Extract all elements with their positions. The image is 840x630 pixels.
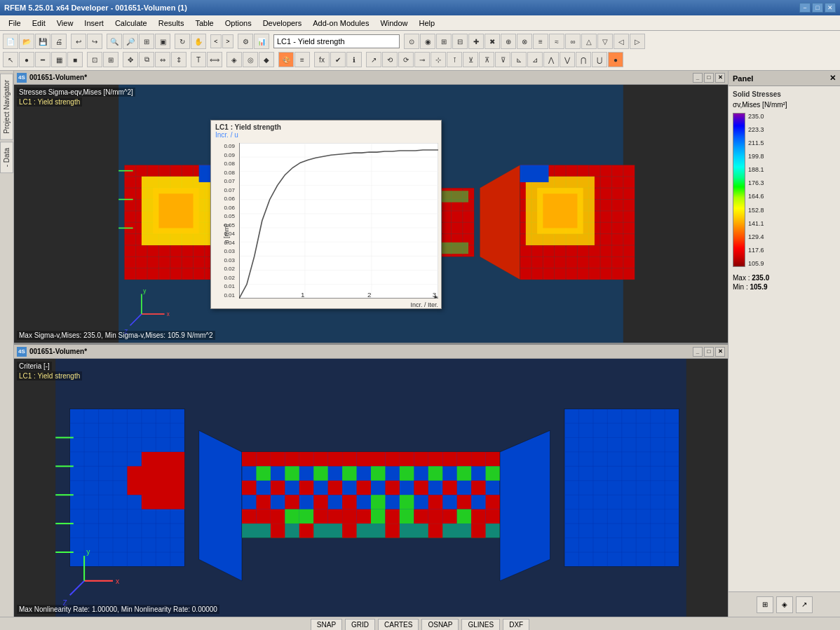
tb-misc11[interactable]: ∞ bbox=[565, 34, 581, 49]
tb-save[interactable]: 💾 bbox=[35, 34, 50, 49]
tb-misc5[interactable]: ✚ bbox=[468, 34, 484, 49]
tb2-wire[interactable]: ◎ bbox=[243, 52, 258, 67]
tb2-scale[interactable]: ⇕ bbox=[171, 52, 187, 67]
load-case-selector[interactable]: LC1 - Yield strength bbox=[273, 34, 400, 48]
viewport-top-close[interactable]: ✕ bbox=[715, 73, 725, 83]
tb-misc8[interactable]: ⊗ bbox=[517, 34, 532, 49]
tb2-layer[interactable]: ≡ bbox=[294, 52, 310, 67]
panel-close-icon[interactable]: ✕ bbox=[829, 74, 836, 83]
tb2-misc3[interactable]: ⊸ bbox=[414, 52, 430, 67]
tb-undo[interactable]: ↩ bbox=[71, 34, 86, 49]
tb2-check[interactable]: ✔ bbox=[330, 52, 346, 67]
tb-zoom-window[interactable]: ▣ bbox=[155, 34, 170, 49]
menu-insert[interactable]: Insert bbox=[79, 18, 109, 29]
tb-rotate[interactable]: ↻ bbox=[175, 34, 190, 49]
tb2-node[interactable]: ● bbox=[19, 52, 34, 67]
project-navigator-tab[interactable]: Project Navigator bbox=[0, 74, 13, 140]
status-grid[interactable]: GRID bbox=[345, 619, 375, 631]
menu-options[interactable]: Options bbox=[219, 18, 257, 29]
tb-redo[interactable]: ↪ bbox=[87, 34, 102, 49]
tb2-info[interactable]: ℹ bbox=[346, 52, 362, 67]
tb-print[interactable]: 🖨 bbox=[51, 34, 67, 49]
tb2-mirror[interactable]: ⇔ bbox=[155, 52, 170, 67]
tb2-solid[interactable]: ■ bbox=[67, 52, 83, 67]
tb2-color2[interactable]: ● bbox=[608, 52, 623, 67]
tb2-move[interactable]: ✥ bbox=[123, 52, 138, 67]
tb2-misc13[interactable]: ⋂ bbox=[576, 52, 591, 67]
viewport-bottom-close[interactable]: ✕ bbox=[715, 347, 725, 357]
tb-misc7[interactable]: ⊕ bbox=[501, 34, 516, 49]
tb2-misc14[interactable]: ⋃ bbox=[592, 52, 607, 67]
tb2-misc7[interactable]: ⊼ bbox=[479, 52, 494, 67]
tb-results[interactable]: 📊 bbox=[254, 34, 269, 49]
tb2-misc12[interactable]: ⋁ bbox=[560, 52, 575, 67]
minimize-button[interactable]: − bbox=[799, 3, 811, 13]
tb-zoom-fit[interactable]: ⊞ bbox=[139, 34, 154, 49]
menu-file[interactable]: File bbox=[3, 18, 27, 29]
status-glines[interactable]: GLINES bbox=[461, 619, 500, 631]
tb-prev[interactable]: < bbox=[210, 34, 222, 48]
tb-misc14[interactable]: ◁ bbox=[614, 34, 629, 49]
tb2-misc8[interactable]: ⊽ bbox=[495, 52, 510, 67]
tb2-text[interactable]: T bbox=[191, 52, 206, 67]
menu-developers[interactable]: Developers bbox=[257, 18, 308, 29]
tb-misc6[interactable]: ✖ bbox=[485, 34, 500, 49]
tb-zoom-in[interactable]: 🔍 bbox=[107, 34, 122, 49]
menu-view[interactable]: View bbox=[51, 18, 79, 29]
tb2-surface[interactable]: ▦ bbox=[51, 52, 67, 67]
status-osnap[interactable]: OSNAP bbox=[421, 619, 459, 631]
tb-next[interactable]: > bbox=[222, 34, 233, 48]
tb-misc9[interactable]: ≡ bbox=[533, 34, 548, 49]
tb-misc13[interactable]: ▽ bbox=[597, 34, 613, 49]
status-dxf[interactable]: DXF bbox=[503, 619, 529, 631]
tb2-copy[interactable]: ⧉ bbox=[139, 52, 154, 67]
tb2-select[interactable]: ↖ bbox=[3, 52, 18, 67]
panel-tool-render[interactable]: ◈ bbox=[776, 596, 793, 613]
menu-edit[interactable]: Edit bbox=[27, 18, 51, 29]
menu-results[interactable]: Results bbox=[153, 18, 190, 29]
tb2-misc11[interactable]: ⋀ bbox=[543, 52, 559, 67]
tb2-dim[interactable]: ⟺ bbox=[207, 52, 222, 67]
maximize-button[interactable]: □ bbox=[812, 3, 823, 13]
tb-open[interactable]: 📂 bbox=[19, 34, 34, 49]
tb2-grid[interactable]: ⊞ bbox=[103, 52, 118, 67]
tb2-misc2[interactable]: ⟳ bbox=[398, 52, 414, 67]
data-tab[interactable]: - Data bbox=[0, 142, 13, 173]
panel-tool-grid[interactable]: ⊞ bbox=[757, 596, 773, 613]
tb-calc[interactable]: ⚙ bbox=[238, 34, 253, 49]
tb2-misc5[interactable]: ⊺ bbox=[447, 52, 462, 67]
tb-zoom-out[interactable]: 🔎 bbox=[123, 34, 138, 49]
tb2-fx[interactable]: fx bbox=[314, 52, 330, 67]
tb2-arrow[interactable]: ↗ bbox=[366, 52, 381, 67]
tb2-hidden[interactable]: ◆ bbox=[259, 52, 274, 67]
menu-window[interactable]: Window bbox=[374, 18, 413, 29]
tb2-misc6[interactable]: ⊻ bbox=[463, 52, 478, 67]
viewport-top-minimize[interactable]: _ bbox=[693, 73, 703, 83]
tb2-color[interactable]: 🎨 bbox=[278, 52, 294, 67]
tb2-misc10[interactable]: ⊿ bbox=[527, 52, 543, 67]
tb2-render[interactable]: ◈ bbox=[226, 52, 242, 67]
menu-calculate[interactable]: Calculate bbox=[109, 18, 153, 29]
tb-pan[interactable]: ✋ bbox=[191, 34, 206, 49]
panel-tool-arrow[interactable]: ↗ bbox=[796, 596, 813, 613]
viewport-bottom-maximize[interactable]: □ bbox=[704, 347, 714, 357]
close-button[interactable]: ✕ bbox=[825, 3, 836, 13]
viewport-bottom-minimize[interactable]: _ bbox=[693, 347, 703, 357]
tb-new[interactable]: 📄 bbox=[3, 34, 18, 49]
status-cartes[interactable]: CARTES bbox=[378, 619, 419, 631]
status-snap[interactable]: SNAP bbox=[311, 619, 342, 631]
tb-misc12[interactable]: △ bbox=[581, 34, 597, 49]
menu-help[interactable]: Help bbox=[414, 18, 441, 29]
tb2-misc4[interactable]: ⊹ bbox=[431, 52, 446, 67]
menu-addon[interactable]: Add-on Modules bbox=[307, 18, 374, 29]
tb2-misc9[interactable]: ⊾ bbox=[511, 52, 527, 67]
tb2-snap[interactable]: ⊡ bbox=[87, 52, 102, 67]
tb-misc2[interactable]: ◉ bbox=[420, 34, 435, 49]
tb-misc4[interactable]: ⊟ bbox=[452, 34, 468, 49]
tb2-line[interactable]: ━ bbox=[35, 52, 50, 67]
tb-misc3[interactable]: ⊞ bbox=[436, 34, 452, 49]
tb2-misc1[interactable]: ⟲ bbox=[382, 52, 398, 67]
menu-table[interactable]: Table bbox=[189, 18, 219, 29]
viewport-top-maximize[interactable]: □ bbox=[704, 73, 714, 83]
tb-misc10[interactable]: ≈ bbox=[549, 34, 564, 49]
